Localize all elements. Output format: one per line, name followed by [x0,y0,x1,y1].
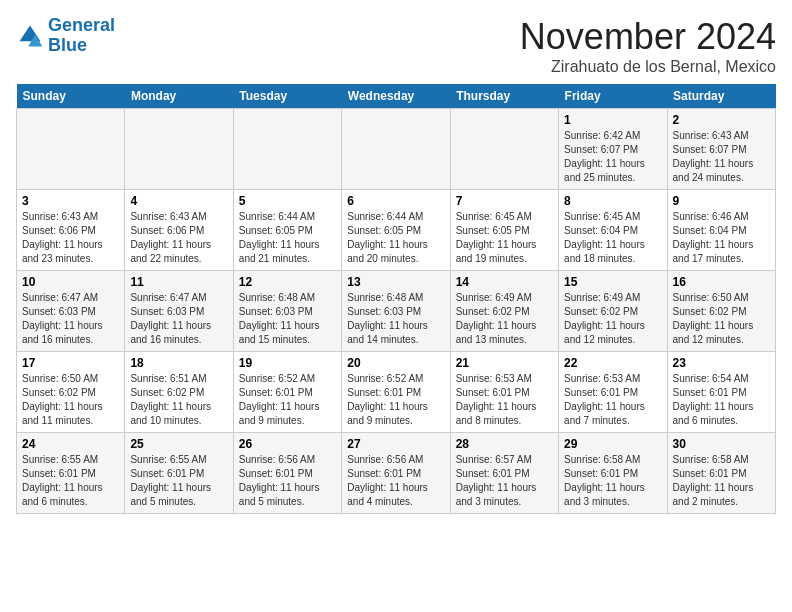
logo-icon [16,22,44,50]
calendar-cell: 27Sunrise: 6:56 AM Sunset: 6:01 PM Dayli… [342,433,450,514]
day-number: 2 [673,113,770,127]
day-detail: Sunrise: 6:44 AM Sunset: 6:05 PM Dayligh… [347,210,444,266]
day-number: 17 [22,356,119,370]
weekday-header: Saturday [667,84,775,109]
day-number: 27 [347,437,444,451]
calendar-cell: 21Sunrise: 6:53 AM Sunset: 6:01 PM Dayli… [450,352,558,433]
day-detail: Sunrise: 6:50 AM Sunset: 6:02 PM Dayligh… [22,372,119,428]
calendar-cell: 16Sunrise: 6:50 AM Sunset: 6:02 PM Dayli… [667,271,775,352]
day-detail: Sunrise: 6:53 AM Sunset: 6:01 PM Dayligh… [564,372,661,428]
calendar-cell: 22Sunrise: 6:53 AM Sunset: 6:01 PM Dayli… [559,352,667,433]
calendar-table: SundayMondayTuesdayWednesdayThursdayFrid… [16,84,776,514]
logo-text: General Blue [48,16,115,56]
day-detail: Sunrise: 6:51 AM Sunset: 6:02 PM Dayligh… [130,372,227,428]
calendar-cell: 14Sunrise: 6:49 AM Sunset: 6:02 PM Dayli… [450,271,558,352]
day-number: 5 [239,194,336,208]
calendar-cell [450,109,558,190]
calendar-cell: 13Sunrise: 6:48 AM Sunset: 6:03 PM Dayli… [342,271,450,352]
day-detail: Sunrise: 6:48 AM Sunset: 6:03 PM Dayligh… [347,291,444,347]
month-title: November 2024 [520,16,776,58]
day-detail: Sunrise: 6:45 AM Sunset: 6:05 PM Dayligh… [456,210,553,266]
day-detail: Sunrise: 6:56 AM Sunset: 6:01 PM Dayligh… [239,453,336,509]
day-number: 6 [347,194,444,208]
day-detail: Sunrise: 6:55 AM Sunset: 6:01 PM Dayligh… [22,453,119,509]
calendar-cell: 26Sunrise: 6:56 AM Sunset: 6:01 PM Dayli… [233,433,341,514]
day-number: 29 [564,437,661,451]
calendar-week-row: 3Sunrise: 6:43 AM Sunset: 6:06 PM Daylig… [17,190,776,271]
calendar-cell: 10Sunrise: 6:47 AM Sunset: 6:03 PM Dayli… [17,271,125,352]
calendar-cell: 11Sunrise: 6:47 AM Sunset: 6:03 PM Dayli… [125,271,233,352]
calendar-cell: 3Sunrise: 6:43 AM Sunset: 6:06 PM Daylig… [17,190,125,271]
day-detail: Sunrise: 6:45 AM Sunset: 6:04 PM Dayligh… [564,210,661,266]
day-number: 14 [456,275,553,289]
day-detail: Sunrise: 6:48 AM Sunset: 6:03 PM Dayligh… [239,291,336,347]
day-number: 24 [22,437,119,451]
calendar-cell: 23Sunrise: 6:54 AM Sunset: 6:01 PM Dayli… [667,352,775,433]
calendar-cell: 20Sunrise: 6:52 AM Sunset: 6:01 PM Dayli… [342,352,450,433]
weekday-header: Thursday [450,84,558,109]
calendar-cell: 25Sunrise: 6:55 AM Sunset: 6:01 PM Dayli… [125,433,233,514]
day-number: 11 [130,275,227,289]
calendar-cell: 24Sunrise: 6:55 AM Sunset: 6:01 PM Dayli… [17,433,125,514]
calendar-cell: 4Sunrise: 6:43 AM Sunset: 6:06 PM Daylig… [125,190,233,271]
header: General Blue November 2024 Zirahuato de … [16,16,776,76]
logo-line2: Blue [48,36,115,56]
weekday-header: Sunday [17,84,125,109]
day-detail: Sunrise: 6:58 AM Sunset: 6:01 PM Dayligh… [673,453,770,509]
calendar-cell: 6Sunrise: 6:44 AM Sunset: 6:05 PM Daylig… [342,190,450,271]
day-detail: Sunrise: 6:47 AM Sunset: 6:03 PM Dayligh… [22,291,119,347]
day-number: 13 [347,275,444,289]
calendar-cell [342,109,450,190]
logo: General Blue [16,16,115,56]
day-number: 20 [347,356,444,370]
calendar-week-row: 10Sunrise: 6:47 AM Sunset: 6:03 PM Dayli… [17,271,776,352]
calendar-cell: 5Sunrise: 6:44 AM Sunset: 6:05 PM Daylig… [233,190,341,271]
day-number: 25 [130,437,227,451]
calendar-cell: 17Sunrise: 6:50 AM Sunset: 6:02 PM Dayli… [17,352,125,433]
day-detail: Sunrise: 6:56 AM Sunset: 6:01 PM Dayligh… [347,453,444,509]
day-number: 18 [130,356,227,370]
day-number: 10 [22,275,119,289]
calendar-cell: 28Sunrise: 6:57 AM Sunset: 6:01 PM Dayli… [450,433,558,514]
day-number: 28 [456,437,553,451]
day-detail: Sunrise: 6:43 AM Sunset: 6:07 PM Dayligh… [673,129,770,185]
calendar-cell: 30Sunrise: 6:58 AM Sunset: 6:01 PM Dayli… [667,433,775,514]
calendar-week-row: 24Sunrise: 6:55 AM Sunset: 6:01 PM Dayli… [17,433,776,514]
day-number: 15 [564,275,661,289]
day-detail: Sunrise: 6:44 AM Sunset: 6:05 PM Dayligh… [239,210,336,266]
day-number: 30 [673,437,770,451]
day-detail: Sunrise: 6:49 AM Sunset: 6:02 PM Dayligh… [564,291,661,347]
weekday-header: Wednesday [342,84,450,109]
day-number: 9 [673,194,770,208]
day-number: 19 [239,356,336,370]
calendar-cell: 1Sunrise: 6:42 AM Sunset: 6:07 PM Daylig… [559,109,667,190]
weekday-header: Monday [125,84,233,109]
location-title: Zirahuato de los Bernal, Mexico [520,58,776,76]
day-detail: Sunrise: 6:52 AM Sunset: 6:01 PM Dayligh… [347,372,444,428]
logo-line1: General [48,16,115,36]
day-number: 1 [564,113,661,127]
day-detail: Sunrise: 6:49 AM Sunset: 6:02 PM Dayligh… [456,291,553,347]
calendar-cell: 2Sunrise: 6:43 AM Sunset: 6:07 PM Daylig… [667,109,775,190]
day-number: 3 [22,194,119,208]
calendar-cell [17,109,125,190]
calendar-cell: 19Sunrise: 6:52 AM Sunset: 6:01 PM Dayli… [233,352,341,433]
calendar-cell: 8Sunrise: 6:45 AM Sunset: 6:04 PM Daylig… [559,190,667,271]
day-number: 8 [564,194,661,208]
day-detail: Sunrise: 6:50 AM Sunset: 6:02 PM Dayligh… [673,291,770,347]
weekday-header: Tuesday [233,84,341,109]
day-detail: Sunrise: 6:43 AM Sunset: 6:06 PM Dayligh… [22,210,119,266]
calendar-cell: 9Sunrise: 6:46 AM Sunset: 6:04 PM Daylig… [667,190,775,271]
day-number: 16 [673,275,770,289]
day-number: 4 [130,194,227,208]
calendar-cell: 18Sunrise: 6:51 AM Sunset: 6:02 PM Dayli… [125,352,233,433]
weekday-header: Friday [559,84,667,109]
day-detail: Sunrise: 6:42 AM Sunset: 6:07 PM Dayligh… [564,129,661,185]
day-number: 26 [239,437,336,451]
day-number: 12 [239,275,336,289]
day-detail: Sunrise: 6:55 AM Sunset: 6:01 PM Dayligh… [130,453,227,509]
calendar-week-row: 1Sunrise: 6:42 AM Sunset: 6:07 PM Daylig… [17,109,776,190]
calendar-cell: 29Sunrise: 6:58 AM Sunset: 6:01 PM Dayli… [559,433,667,514]
day-number: 21 [456,356,553,370]
day-detail: Sunrise: 6:52 AM Sunset: 6:01 PM Dayligh… [239,372,336,428]
